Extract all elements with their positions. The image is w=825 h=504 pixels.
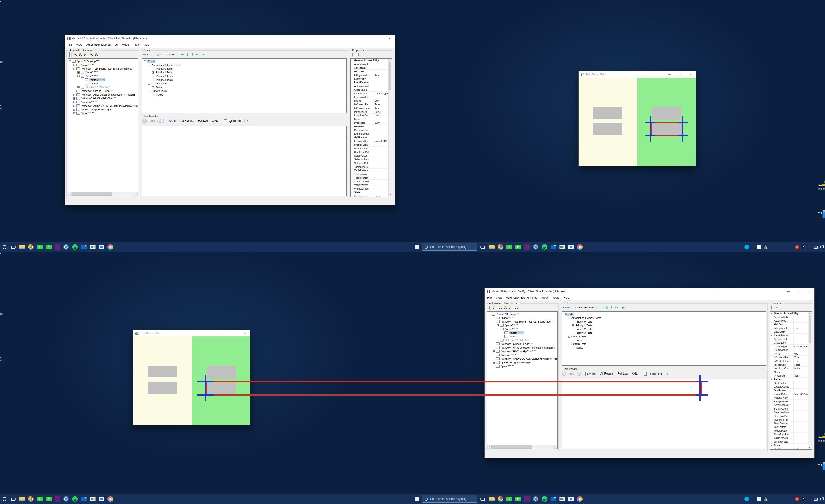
- property-row[interactable]: General Accessibility: [770, 312, 808, 315]
- tree-item[interactable]: "button" "" "": [488, 335, 557, 338]
- forward-icon[interactable]: ▶: [157, 119, 161, 123]
- priorities-dropdown[interactable]: Priorities▾: [165, 53, 177, 56]
- spotify-tray-icon[interactable]: [782, 244, 787, 250]
- property-row[interactable]: IsContentEle True: [770, 356, 808, 359]
- property-row[interactable]: GridPattern: [351, 136, 388, 139]
- property-row[interactable]: IsContentEle True: [351, 103, 388, 106]
- scroll-right-icon[interactable]: ►: [553, 445, 557, 448]
- property-row[interactable]: TransformPat: [770, 433, 808, 436]
- hipchat-tray-icon[interactable]: [788, 496, 793, 502]
- radar-tray-icon[interactable]: [801, 244, 806, 250]
- property-row[interactable]: General Accessibility: [351, 59, 388, 62]
- test-tree-item[interactable]: + Priority 3 Tests: [143, 78, 346, 82]
- chrome-tray-icon[interactable]: [769, 244, 774, 250]
- result-tab[interactable]: All Results: [179, 119, 196, 123]
- expander-icon[interactable]: >: [352, 140, 353, 142]
- tree-item[interactable]: + "pane" "" "": [488, 316, 557, 320]
- property-row[interactable]: TableItemPat: [770, 418, 808, 422]
- title-bar[interactable]: Visual UI Automation Verify : Client Sid…: [484, 288, 814, 295]
- property-row[interactable]: ExpandCollap: [770, 385, 808, 389]
- expander-icon[interactable]: +: [73, 97, 75, 99]
- tree-item[interactable]: "button" "" "": [68, 82, 137, 85]
- test-tree-item[interactable]: - Tests: [143, 59, 346, 63]
- hipchat-icon[interactable]: [62, 494, 71, 504]
- menu-item[interactable]: File: [485, 295, 494, 300]
- onedrive-tray-icon[interactable]: [775, 496, 781, 502]
- property-row[interactable]: TablePattern: [351, 169, 388, 172]
- property-row[interactable]: ProcessId 3184: [351, 121, 388, 125]
- test-tree-item[interactable]: + Priority 0 Tests: [562, 320, 766, 323]
- property-row[interactable]: ExpandCollap: [351, 132, 388, 136]
- property-row[interactable]: ScrollPattern: [351, 154, 388, 158]
- scrollbar-thumb[interactable]: [809, 315, 811, 343]
- radar-tray-icon[interactable]: [801, 496, 806, 502]
- expander-icon[interactable]: -: [493, 321, 495, 323]
- spotify-icon[interactable]: [540, 242, 549, 252]
- bluetooth-tray-icon[interactable]: [807, 496, 812, 502]
- result-tab[interactable]: Overall: [585, 371, 598, 376]
- menu-item[interactable]: Help: [561, 295, 572, 300]
- menu-item[interactable]: View: [74, 43, 84, 47]
- scrollbar-thumb[interactable]: [72, 192, 112, 196]
- outlook-tray-icon[interactable]: [751, 496, 756, 502]
- tree-item[interactable]: "button" "" "": [68, 78, 137, 82]
- internet-explorer-icon[interactable]: e: [666, 372, 668, 376]
- move-left-icon[interactable]: ⇦: [601, 306, 604, 309]
- move-right-icon[interactable]: ⇨: [615, 306, 618, 309]
- spotify-icon[interactable]: [540, 494, 549, 504]
- expander-icon[interactable]: +: [493, 358, 495, 360]
- this-pc-desktop-icon[interactable]: This P: [813, 463, 825, 467]
- property-row[interactable]: WindowPatte: [770, 440, 808, 444]
- paint-icon[interactable]: [106, 242, 115, 252]
- property-row[interactable]: Patterns: [351, 125, 388, 128]
- close-button[interactable]: ×: [685, 71, 695, 78]
- property-row[interactable]: SelectionPatt: [351, 161, 388, 165]
- property-row[interactable]: ClassName: [770, 341, 808, 345]
- refresh-properties-button[interactable]: [352, 53, 353, 57]
- tree-item[interactable]: + "window" "ARW detection notification i…: [68, 93, 137, 96]
- property-row[interactable]: HasKeyboar False: [770, 447, 808, 450]
- minimize-button[interactable]: —: [664, 71, 675, 78]
- property-row[interactable]: ScrollItemPat: [770, 403, 808, 407]
- expander-icon[interactable]: +: [152, 68, 154, 70]
- task-view-icon[interactable]: [478, 494, 487, 504]
- property-row[interactable]: ClassName: [351, 88, 388, 92]
- property-row[interactable]: LabeledBy: [770, 330, 808, 334]
- tree-item[interactable]: + "window" "HipChat HipChat" "": [68, 96, 137, 100]
- scroll-up-icon[interactable]: ▲: [808, 312, 812, 315]
- chrome-icon[interactable]: [496, 242, 505, 252]
- expander-icon[interactable]: -: [148, 64, 150, 66]
- test-tree-item[interactable]: + Priority 0 Tests: [143, 67, 346, 71]
- tree-item[interactable]: + "window" "HipChat HipChat" "": [488, 350, 557, 353]
- property-row[interactable]: ScrollItemPat: [351, 150, 388, 154]
- test-tree-item[interactable]: + Priority 1 Tests: [143, 71, 346, 74]
- tree-item[interactable]: - "pane" "Desktop" "": [488, 312, 557, 316]
- tree-nav-first-child-button[interactable]: [504, 306, 507, 309]
- qt-assistant-icon[interactable]: [505, 242, 514, 252]
- malwarebytes-tray-icon[interactable]: [795, 496, 800, 502]
- refresh-tree-button[interactable]: [69, 53, 70, 57]
- back-icon[interactable]: ◀: [562, 372, 566, 376]
- property-row[interactable]: LabeledBy: [351, 77, 388, 81]
- property-row[interactable]: hWnd 0x0: [770, 352, 808, 356]
- property-row[interactable]: FrameworkId: [770, 348, 808, 352]
- menu-item[interactable]: File: [65, 43, 74, 47]
- property-row[interactable]: IsKeyboardFo True: [770, 326, 808, 330]
- expander-icon[interactable]: +: [572, 332, 574, 334]
- expander-icon[interactable]: +: [152, 79, 154, 81]
- expander-icon[interactable]: -: [148, 90, 150, 92]
- test-tree-item[interactable]: + Button: [143, 85, 346, 89]
- test-tree-item[interactable]: + Invoke: [562, 346, 766, 350]
- property-row[interactable]: MultipleViewI: [770, 396, 808, 400]
- tree-nav-next-sibling-button[interactable]: [509, 306, 513, 309]
- scroll-up-icon[interactable]: ▲: [389, 59, 392, 62]
- qt-assistant-icon[interactable]: [505, 494, 514, 504]
- menu-item[interactable]: Tests: [131, 43, 142, 47]
- result-tab[interactable]: Full Log: [616, 371, 629, 376]
- expander-icon[interactable]: +: [572, 339, 574, 341]
- property-row[interactable]: IsControlElem True: [770, 359, 808, 363]
- move-left-icon[interactable]: ⇦: [181, 53, 184, 56]
- tree-item[interactable]: - "pane" "Desktop" "": [68, 59, 137, 63]
- task-view-icon[interactable]: [478, 242, 487, 252]
- result-tab[interactable]: Overall: [166, 119, 178, 123]
